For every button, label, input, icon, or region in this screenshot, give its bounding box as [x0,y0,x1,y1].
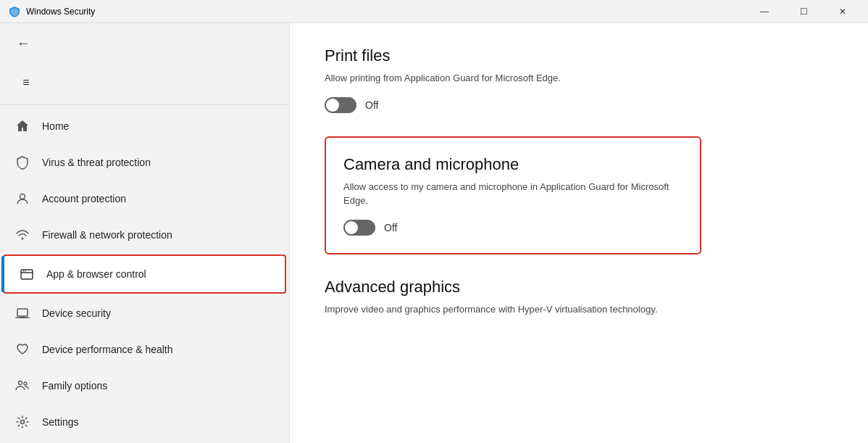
sidebar-item-account[interactable]: Account protection [0,181,289,217]
sidebar-item-virus-label: Virus & threat protection [42,157,151,168]
print-toggle-label: Off [365,99,378,111]
svg-point-9 [19,381,22,385]
sidebar-item-device-perf[interactable]: Device performance & health [0,331,289,368]
print-toggle-knob [326,99,339,112]
sidebar-item-app-browser-label: App & browser control [46,268,146,280]
advanced-section-desc: Improve video and graphics performance w… [325,302,701,317]
back-icon: ← [17,36,30,51]
gear-icon [14,414,30,430]
hamburger-icon: ≡ [22,76,29,89]
sidebar-item-device-security[interactable]: Device security [0,295,289,331]
sidebar-item-home[interactable]: Home [0,108,289,144]
back-button[interactable]: ← [12,32,35,55]
person-icon [14,191,30,207]
sidebar-item-settings-label: Settings [42,416,79,428]
sidebar-item-virus[interactable]: Virus & threat protection [0,144,289,181]
laptop-icon [14,305,30,321]
svg-point-11 [21,421,25,424]
sidebar-top-controls: ← [0,23,289,64]
sidebar-item-device-security-label: Device security [42,307,111,319]
close-button[interactable]: ✕ [826,0,859,23]
heart-icon [14,341,30,357]
camera-section-title: Camera and microphone [343,155,683,174]
svg-point-4 [22,270,24,272]
camera-toggle-label: Off [384,222,397,233]
menu-hamburger-row[interactable]: ≡ [0,64,289,102]
sidebar-item-home-label: Home [42,120,69,132]
print-section: Print files Allow printing from Applicat… [325,46,701,113]
print-toggle[interactable] [325,97,356,113]
print-toggle-row: Off [325,97,701,113]
home-icon [14,118,30,134]
sidebar-item-app-browser[interactable]: App & browser control [3,254,286,294]
svg-point-0 [20,194,25,199]
svg-point-10 [24,382,27,385]
camera-section: Camera and microphone Allow access to my… [325,136,701,254]
sidebar-item-family[interactable]: Family options [0,368,289,404]
app-icon [9,6,20,17]
sidebar-item-account-label: Account protection [42,193,126,204]
advanced-section-title: Advanced graphics [325,278,701,297]
browser-icon [19,266,35,282]
hamburger-button[interactable]: ≡ [14,71,38,94]
shield-icon [14,154,30,170]
print-section-title: Print files [325,46,701,65]
main-content: Print files Allow printing from Applicat… [290,23,868,443]
svg-point-1 [22,238,24,240]
camera-toggle-knob [345,221,358,234]
advanced-section: Advanced graphics Improve video and grap… [325,278,701,317]
sidebar-divider [0,104,289,105]
print-section-desc: Allow printing from Application Guard fo… [325,71,701,86]
svg-point-5 [25,270,26,272]
svg-rect-6 [17,309,28,316]
sidebar-item-family-label: Family options [42,380,107,392]
window-controls: — ☐ ✕ [748,0,859,23]
maximize-button[interactable]: ☐ [787,0,820,23]
camera-section-desc: Allow access to my camera and microphone… [343,180,683,208]
app-body: ← ≡ Home Virus & threat pr [0,23,868,443]
title-bar: Windows Security — ☐ ✕ [0,0,868,23]
camera-toggle[interactable] [343,220,375,236]
family-icon [14,378,30,394]
minimize-button[interactable]: — [748,0,781,23]
sidebar: ← ≡ Home Virus & threat pr [0,23,290,443]
sidebar-item-device-perf-label: Device performance & health [42,344,173,355]
wifi-icon [14,227,30,243]
sidebar-item-settings[interactable]: Settings [0,404,289,440]
sidebar-item-firewall[interactable]: Firewall & network protection [0,217,289,253]
camera-toggle-row: Off [343,220,683,236]
window-title: Windows Security [26,7,95,17]
sidebar-item-firewall-label: Firewall & network protection [42,229,172,241]
